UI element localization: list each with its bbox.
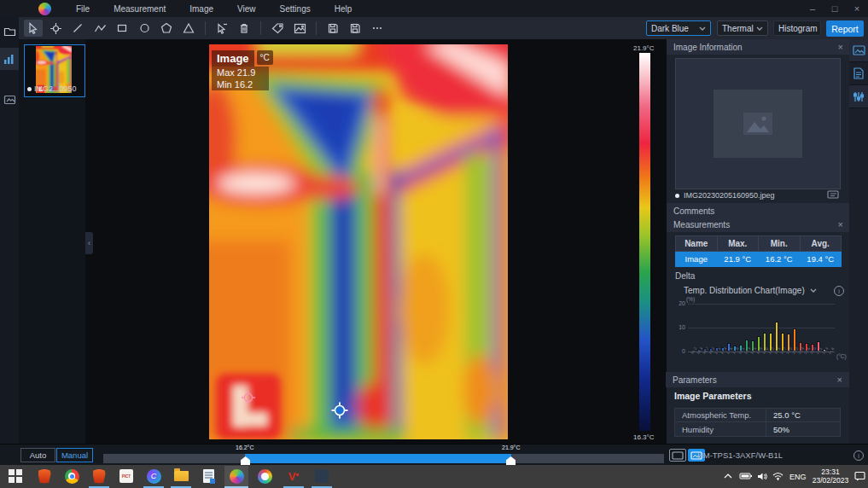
triangle-tool[interactable]	[179, 20, 198, 37]
scale-max-label: 21.9°C	[633, 44, 655, 52]
polygon-tool[interactable]	[157, 20, 176, 37]
taskbar-paint[interactable]	[253, 466, 277, 486]
panel-collapse-handle[interactable]: ‹	[85, 232, 93, 254]
image-overlay: Image°C Max 21.9 Min 16.2	[212, 50, 283, 90]
settings-panel-tab[interactable]	[849, 85, 868, 108]
menu-file[interactable]: File	[73, 4, 93, 14]
histogram-x-label: 20.9	[809, 350, 815, 356]
col-avg[interactable]: Avg.	[800, 236, 842, 252]
close-icon[interactable]: ×	[838, 219, 843, 229]
col-max[interactable]: Max.	[717, 236, 759, 252]
tray-battery[interactable]	[737, 466, 754, 486]
manual-button[interactable]: Manual	[56, 448, 93, 462]
start-button[interactable]	[3, 466, 27, 486]
image-mode-dropdown[interactable]: Thermal	[717, 20, 768, 36]
auto-button[interactable]: Auto	[20, 448, 55, 462]
filename-row[interactable]: IMG20230205160950.jpeg	[675, 191, 775, 200]
minimize-icon[interactable]: –	[801, 0, 824, 17]
taskbar-v-app[interactable]: V■	[282, 466, 306, 486]
tray-expand-chevron[interactable]	[720, 466, 736, 486]
menu-measurement[interactable]: Measurement	[110, 4, 169, 14]
gallery-tab[interactable]	[0, 89, 19, 111]
table-row[interactable]: Image 21.9 °C 16.2 °C 19.4 °C	[676, 252, 842, 267]
taskbar-notepad[interactable]	[196, 466, 220, 486]
line-tool[interactable]	[68, 20, 87, 37]
report-button[interactable]: Report	[826, 20, 864, 37]
thermal-image[interactable]	[209, 44, 508, 439]
slider-track[interactable]	[103, 454, 245, 463]
tray-clock[interactable]: 23:31 23/02/2023	[809, 468, 852, 485]
action-center-button[interactable]	[852, 466, 867, 486]
menu-settings[interactable]: Settings	[277, 4, 314, 14]
histogram-bars	[691, 304, 835, 351]
humidity-value[interactable]: 50%	[766, 425, 789, 434]
parameter-row[interactable]: Humidity 50%	[674, 422, 841, 437]
histogram-x-label: 19.2	[767, 350, 773, 356]
tray-wifi[interactable]	[770, 466, 785, 486]
more-tools[interactable]	[368, 20, 387, 37]
histogram-x-labels: 16.216.416.716.917.117.417.617.818.118.3…	[690, 352, 833, 357]
tray-time: 23:31	[809, 468, 852, 476]
atmospheric-temp-label: Atmospheric Temp.	[675, 409, 766, 421]
polyline-tool[interactable]	[90, 20, 109, 37]
taskbar-canva[interactable]: C	[142, 466, 166, 486]
report-panel-tab[interactable]	[849, 62, 868, 85]
overlay-min: Min 16.2	[212, 78, 269, 90]
toolbar-separator	[205, 21, 206, 35]
info-icon[interactable]: i	[834, 286, 844, 296]
taskbar-thermal-analyzer[interactable]	[224, 466, 248, 486]
image-info-panel-tab[interactable]	[849, 39, 868, 62]
deselect-tool[interactable]	[213, 20, 231, 37]
col-min[interactable]: Min.	[759, 236, 801, 252]
speaker-icon	[757, 472, 768, 481]
y-tick: 20	[673, 300, 685, 306]
taskbar-brave[interactable]	[32, 466, 56, 486]
visual-preview-box	[675, 58, 841, 189]
taskbar-brave-2[interactable]	[87, 466, 111, 486]
palette-dropdown[interactable]: Dark Blue	[646, 20, 711, 36]
chevron-down-icon	[756, 26, 763, 31]
save-as-tool[interactable]	[323, 20, 342, 37]
select-tool[interactable]	[24, 20, 43, 37]
slider-track[interactable]	[511, 454, 664, 463]
visual-image-toggle[interactable]	[669, 449, 686, 462]
open-folder-icon[interactable]	[0, 20, 19, 43]
menu-view[interactable]: View	[234, 4, 259, 14]
delete-tool[interactable]	[235, 20, 253, 37]
toolbar-separator	[316, 21, 317, 35]
chevron-down-icon	[810, 288, 817, 293]
spot-tool[interactable]	[46, 20, 65, 37]
menu-image[interactable]: Image	[186, 4, 217, 14]
analysis-view-dropdown[interactable]: Histogram	[773, 20, 821, 36]
slider-active-range[interactable]	[245, 454, 511, 463]
chart-type-dropdown[interactable]: Temp. Distribution Chart(Image)	[684, 286, 817, 295]
toolbar-separator	[260, 21, 261, 35]
close-icon[interactable]: ×	[846, 0, 868, 17]
col-name[interactable]: Name	[676, 236, 718, 252]
histogram-x-label: 20.6	[803, 350, 809, 356]
rectangle-tool[interactable]	[113, 20, 131, 37]
maximize-icon[interactable]: □	[824, 0, 846, 17]
parameters-table: Atmospheric Temp. 25.0 °C Humidity 50%	[674, 408, 841, 437]
histogram-x-label: 21.3	[821, 350, 827, 356]
tray-language[interactable]: ENG	[789, 473, 807, 481]
parameter-row[interactable]: Atmospheric Temp. 25.0 °C	[674, 408, 841, 422]
atmospheric-temp-value[interactable]: 25.0 °C	[766, 410, 801, 420]
taskbar-pict[interactable]: PICT	[114, 466, 138, 486]
tag-tool[interactable]	[268, 20, 287, 37]
ellipse-tool[interactable]	[135, 20, 154, 37]
taskbar-explorer[interactable]	[169, 466, 193, 486]
menu-help[interactable]: Help	[331, 4, 356, 14]
comment-icon[interactable]	[827, 190, 839, 200]
tray-volume[interactable]	[754, 466, 770, 486]
close-icon[interactable]: ×	[838, 42, 843, 52]
thumbnail-item[interactable]: IMG2...0950	[24, 44, 85, 97]
analysis-tab[interactable]	[0, 48, 19, 70]
close-icon[interactable]: ×	[837, 375, 842, 385]
about-info-icon[interactable]: i	[853, 450, 864, 461]
taskbar-calculator[interactable]	[310, 466, 334, 486]
tray-date: 23/02/2023	[809, 476, 852, 485]
export-image-tool[interactable]	[290, 20, 309, 37]
save-tool[interactable]	[346, 20, 364, 37]
taskbar-chrome[interactable]	[60, 466, 84, 486]
